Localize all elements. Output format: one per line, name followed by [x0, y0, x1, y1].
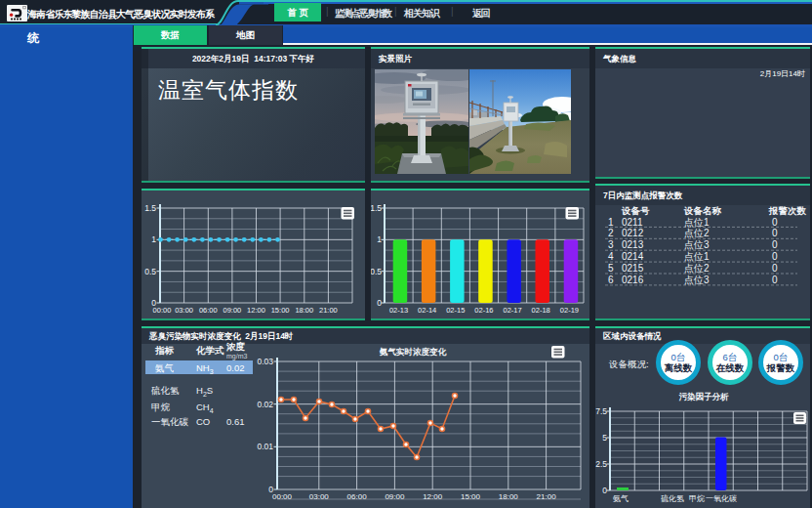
- svg-text:0213: 0213: [622, 239, 644, 250]
- svg-text:3: 3: [608, 239, 614, 250]
- svg-text:4: 4: [608, 251, 614, 262]
- svg-text:1.5: 1.5: [371, 203, 382, 213]
- svg-text:0: 0: [377, 298, 382, 308]
- svg-text:0: 0: [772, 251, 778, 262]
- svg-text:0.5: 0.5: [371, 267, 382, 276]
- svg-text:0.03: 0.03: [257, 357, 273, 366]
- svg-text:点位3: 点位3: [684, 275, 710, 285]
- svg-text:21:00: 21:00: [319, 306, 338, 315]
- svg-text:点位2: 点位2: [684, 228, 710, 238]
- svg-text:03:00: 03:00: [309, 492, 330, 501]
- svg-text:6: 6: [608, 275, 614, 285]
- svg-text:1: 1: [151, 234, 156, 244]
- svg-text:0215: 0215: [622, 263, 644, 274]
- svg-text:氨气实时浓度变化: 氨气实时浓度变化: [379, 347, 448, 357]
- svg-text:0.02: 0.02: [257, 400, 273, 409]
- svg-text:1.5: 1.5: [144, 203, 156, 213]
- svg-text:0.5: 0.5: [144, 267, 156, 276]
- svg-text:09:00: 09:00: [223, 306, 242, 315]
- svg-text:报警次数: 报警次数: [768, 205, 807, 216]
- svg-text:0: 0: [772, 217, 778, 228]
- svg-text:设备号: 设备号: [621, 205, 650, 216]
- svg-text:12:00: 12:00: [423, 492, 443, 501]
- svg-text:点位1: 点位1: [684, 251, 710, 262]
- svg-text:设备名称: 设备名称: [683, 205, 722, 216]
- svg-text:1: 1: [608, 217, 614, 228]
- svg-text:7.5: 7.5: [595, 406, 607, 416]
- svg-text:02-13: 02-13: [389, 306, 408, 315]
- svg-text:00:00: 00:00: [153, 306, 172, 315]
- svg-text:2.5: 2.5: [595, 459, 607, 469]
- svg-text:02-17: 02-17: [504, 306, 522, 315]
- svg-text:03:00: 03:00: [175, 306, 193, 315]
- svg-text:0.01: 0.01: [257, 442, 273, 451]
- svg-text:甲烷: 甲烷: [689, 494, 705, 503]
- svg-text:02-18: 02-18: [532, 306, 550, 315]
- svg-text:02-16: 02-16: [474, 306, 493, 315]
- svg-text:0216: 0216: [622, 275, 644, 285]
- svg-text:09:00: 09:00: [385, 492, 405, 501]
- svg-text:点位2: 点位2: [684, 263, 710, 274]
- svg-text:报警数: 报警数: [766, 362, 795, 373]
- svg-text:15:00: 15:00: [271, 306, 290, 315]
- svg-text:一氧化碳: 一氧化碳: [706, 494, 737, 503]
- svg-text:硫化氢: 硫化氢: [661, 494, 684, 503]
- svg-text:06:00: 06:00: [199, 306, 218, 315]
- svg-text:12:00: 12:00: [247, 306, 265, 315]
- svg-text:0214: 0214: [622, 251, 644, 262]
- svg-text:0: 0: [772, 239, 778, 250]
- svg-text:在线数: 在线数: [715, 362, 745, 373]
- svg-text:1: 1: [377, 234, 382, 244]
- svg-text:0211: 0211: [622, 217, 643, 228]
- svg-text:02-15: 02-15: [446, 306, 465, 315]
- svg-text:18:00: 18:00: [295, 306, 313, 315]
- svg-text:0212: 0212: [622, 228, 644, 238]
- svg-text:21:00: 21:00: [537, 492, 557, 501]
- svg-text:点位1: 点位1: [684, 217, 710, 228]
- svg-text:设备概况:: 设备概况:: [608, 359, 649, 369]
- svg-text:0台: 0台: [671, 352, 686, 362]
- svg-text:00:00: 00:00: [272, 492, 293, 501]
- svg-text:02-14: 02-14: [418, 306, 436, 315]
- svg-text:06:00: 06:00: [347, 492, 368, 501]
- svg-text:02-19: 02-19: [560, 306, 579, 315]
- svg-text:0: 0: [772, 263, 778, 274]
- svg-text:2: 2: [608, 228, 614, 238]
- svg-text:0: 0: [772, 275, 778, 285]
- svg-text:18:00: 18:00: [499, 492, 519, 501]
- svg-text:0: 0: [602, 486, 607, 495]
- svg-text:离线数: 离线数: [664, 362, 693, 373]
- svg-text:污染因子分析: 污染因子分析: [679, 392, 730, 402]
- svg-text:6台: 6台: [723, 352, 738, 362]
- svg-text:5: 5: [602, 433, 607, 443]
- svg-text:点位3: 点位3: [684, 239, 710, 250]
- svg-text:氨气: 氨气: [613, 494, 629, 503]
- svg-text:15:00: 15:00: [461, 492, 481, 501]
- svg-text:0台: 0台: [774, 352, 789, 362]
- svg-text:5: 5: [608, 263, 614, 274]
- svg-text:0: 0: [772, 228, 778, 238]
